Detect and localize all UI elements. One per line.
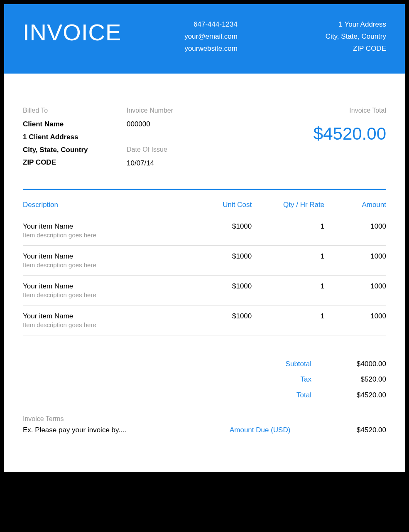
item-description: Item description goes here xyxy=(23,261,186,268)
item-unit-cost: $1000 xyxy=(186,305,252,335)
invoice-number-label: Invoice Number xyxy=(127,105,210,117)
item-unit-cost: $1000 xyxy=(186,216,252,246)
item-qty: 1 xyxy=(252,216,324,246)
billed-to-label: Billed To xyxy=(23,105,127,117)
terms-section: Invoice Terms Ex. Please pay your invoic… xyxy=(4,411,405,472)
invoice-document: INVOICE 647-444-1234 your@email.com your… xyxy=(4,4,405,472)
invoice-total-amount: $4520.00 xyxy=(210,118,386,150)
item-unit-cost: $1000 xyxy=(186,246,252,276)
billed-to-block: Billed To Client Name 1 Client Address C… xyxy=(23,105,127,170)
terms-label: Invoice Terms xyxy=(23,415,186,423)
item-qty: 1 xyxy=(252,305,324,335)
client-name: Client Name xyxy=(23,118,127,131)
invoice-meta: Billed To Client Name 1 Client Address C… xyxy=(4,74,405,189)
item-description-cell: Your item NameItem description goes here xyxy=(23,216,186,246)
date-of-issue: 10/07/14 xyxy=(127,157,210,170)
total-value: $4520.00 xyxy=(311,387,386,403)
col-description: Description xyxy=(23,197,186,216)
item-amount: 1000 xyxy=(324,305,386,335)
client-address-line2: City, State, Country xyxy=(23,144,127,157)
tax-value: $520.00 xyxy=(311,372,386,387)
invoice-number-block: Invoice Number 000000 Date Of Issue 10/0… xyxy=(127,105,210,170)
sender-website: yourwebsite.com xyxy=(184,43,238,55)
sender-address-line1: 1 Your Address xyxy=(326,19,386,31)
item-qty: 1 xyxy=(252,246,324,276)
invoice-total-label: Invoice Total xyxy=(210,105,386,117)
col-amount: Amount xyxy=(324,197,386,216)
subtotal-value: $4000.00 xyxy=(311,356,386,372)
date-of-issue-label: Date Of Issue xyxy=(127,144,210,156)
item-name: Your item Name xyxy=(23,282,186,291)
sender-phone: 647-444-1234 xyxy=(184,19,238,31)
client-address-line1: 1 Client Address xyxy=(23,131,127,144)
line-items-table: Description Unit Cost Qty / Hr Rate Amou… xyxy=(23,197,386,335)
sender-contact: 647-444-1234 your@email.com yourwebsite.… xyxy=(184,19,238,55)
item-amount: 1000 xyxy=(324,246,386,276)
subtotal-row: Subtotal $4000.00 xyxy=(23,356,386,372)
sender-address-line2: City, State, Country xyxy=(326,31,386,43)
line-item-row: Your item NameItem description goes here… xyxy=(23,246,386,276)
item-name: Your item Name xyxy=(23,222,186,231)
item-name: Your item Name xyxy=(23,252,186,261)
table-header-row: Description Unit Cost Qty / Hr Rate Amou… xyxy=(23,197,386,216)
item-description: Item description goes here xyxy=(23,232,186,239)
item-description: Item description goes here xyxy=(23,291,186,298)
line-item-row: Your item NameItem description goes here… xyxy=(23,216,386,246)
subtotal-label: Subtotal xyxy=(237,356,311,372)
line-items-section: Description Unit Cost Qty / Hr Rate Amou… xyxy=(4,189,405,335)
line-item-row: Your item NameItem description goes here… xyxy=(23,276,386,305)
table-divider xyxy=(23,189,386,190)
sender-email: your@email.com xyxy=(184,31,238,43)
col-unit-cost: Unit Cost xyxy=(186,197,252,216)
item-name: Your item Name xyxy=(23,312,186,320)
item-unit-cost: $1000 xyxy=(186,276,252,305)
sender-address-line3: ZIP CODE xyxy=(326,43,386,55)
tax-row: Tax $520.00 xyxy=(23,372,386,387)
item-description-cell: Your item NameItem description goes here xyxy=(23,246,186,276)
item-description-cell: Your item NameItem description goes here xyxy=(23,276,186,305)
col-qty: Qty / Hr Rate xyxy=(252,197,324,216)
sender-address: 1 Your Address City, State, Country ZIP … xyxy=(326,19,386,55)
tax-label: Tax xyxy=(237,372,311,387)
invoice-title: INVOICE xyxy=(23,19,121,46)
invoice-total-block: Invoice Total $4520.00 xyxy=(210,105,386,170)
item-qty: 1 xyxy=(252,276,324,305)
invoice-number: 000000 xyxy=(127,118,210,131)
item-description: Item description goes here xyxy=(23,321,186,328)
item-amount: 1000 xyxy=(324,216,386,246)
client-address-line3: ZIP CODE xyxy=(23,156,127,169)
total-row: Total $4520.00 xyxy=(23,387,386,403)
amount-due-value: $4520.00 xyxy=(311,426,386,434)
line-item-row: Your item NameItem description goes here… xyxy=(23,305,386,335)
item-description-cell: Your item NameItem description goes here xyxy=(23,305,186,335)
total-label: Total xyxy=(237,387,311,403)
totals-section: Subtotal $4000.00 Tax $520.00 Total $452… xyxy=(4,335,405,411)
terms-block: Invoice Terms Ex. Please pay your invoic… xyxy=(23,415,186,434)
invoice-header: INVOICE 647-444-1234 your@email.com your… xyxy=(4,4,405,74)
amount-due-label: Amount Due (USD) xyxy=(207,426,290,434)
item-amount: 1000 xyxy=(324,276,386,305)
terms-text: Ex. Please pay your invoice by.... xyxy=(23,426,186,434)
